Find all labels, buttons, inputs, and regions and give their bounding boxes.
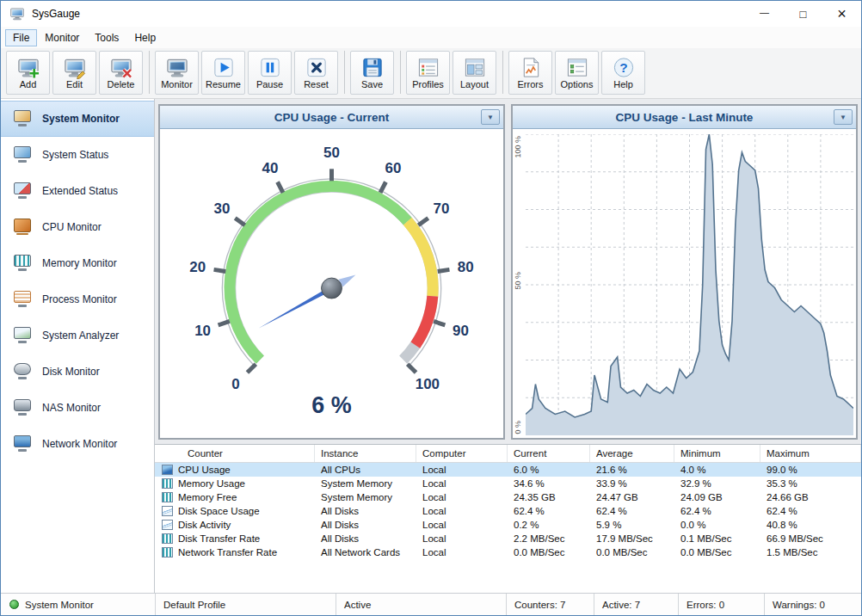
- add-button[interactable]: Add: [6, 51, 50, 95]
- table-row[interactable]: Disk Space Usage All Disks Local 62.4 % …: [155, 504, 861, 518]
- close-button[interactable]: ×: [822, 1, 861, 27]
- column-header-counter[interactable]: Counter: [155, 445, 315, 462]
- titlebar: SysGauge — □ ×: [1, 1, 861, 27]
- delete-button[interactable]: Delete: [99, 51, 143, 95]
- errors-button-label: Errors: [518, 80, 544, 89]
- counter-chart-icon: [162, 465, 173, 475]
- delete-button-label: Delete: [108, 80, 135, 89]
- gauge-needle: [259, 275, 356, 329]
- cpu-history-chart: 100 % 50 % 0 %: [513, 129, 856, 438]
- sidebar-item-label: System Analyzer: [42, 330, 119, 342]
- column-header-average[interactable]: Average: [590, 445, 674, 462]
- cell-current: 0.0 MB/Sec: [508, 547, 590, 557]
- cell-average: 17.9 MB/Sec: [590, 533, 674, 544]
- sidebar-item-label: System Status: [42, 149, 108, 161]
- sidebar-item-label: CPU Monitor: [42, 221, 102, 233]
- sidebar-item-label: System Monitor: [42, 113, 120, 125]
- sidebar-item[interactable]: CPU Monitor: [1, 209, 154, 245]
- table-row[interactable]: Network Transfer Rate All Network Cards …: [155, 545, 861, 559]
- counter-name: Memory Usage: [178, 478, 245, 489]
- maximize-icon: □: [800, 8, 807, 21]
- minimize-button[interactable]: —: [745, 1, 784, 27]
- cell-average: 5.9 %: [590, 520, 674, 530]
- sidebar-item[interactable]: Disk Monitor: [1, 354, 154, 390]
- table-row[interactable]: Memory Usage System Memory Local 34.6 % …: [155, 477, 861, 490]
- cell-minimum: 62.4 %: [674, 506, 760, 516]
- help-button[interactable]: ? Help: [601, 51, 645, 95]
- maximize-button[interactable]: □: [784, 1, 822, 27]
- options-button[interactable]: Options: [555, 51, 599, 95]
- counter-name: CPU Usage: [178, 465, 231, 475]
- sidebar-item[interactable]: System Status: [1, 137, 154, 173]
- monitor-icon: [13, 327, 32, 344]
- edit-button[interactable]: Edit: [52, 51, 96, 95]
- table-row[interactable]: Disk Transfer Rate All Disks Local 2.2 M…: [155, 532, 861, 545]
- svg-text:60: 60: [385, 160, 402, 176]
- menu-tools[interactable]: Tools: [87, 29, 126, 46]
- cell-minimum: 0.0 %: [674, 520, 760, 530]
- cell-instance: All CPUs: [315, 465, 416, 475]
- cell-minimum: 0.1 MB/Sec: [674, 533, 760, 544]
- cell-average: 0.0 MB/Sec: [590, 547, 674, 557]
- sidebar-item[interactable]: NAS Monitor: [1, 390, 154, 426]
- monitor-icon: [13, 146, 32, 163]
- counter-chart-icon: [162, 520, 173, 530]
- menu-file[interactable]: File: [5, 29, 37, 46]
- column-header-minimum[interactable]: Minimum: [674, 445, 760, 462]
- cell-minimum: 4.0 %: [674, 465, 760, 475]
- counter-name: Disk Activity: [178, 520, 231, 530]
- sidebar-item-label: NAS Monitor: [42, 402, 101, 414]
- cell-counter: CPU Usage: [155, 465, 315, 475]
- toolbar-separator: [344, 51, 345, 94]
- errors-button[interactable]: Errors: [508, 51, 552, 95]
- sidebar-item[interactable]: Extended Status: [1, 173, 154, 209]
- save-button[interactable]: Save: [350, 51, 394, 95]
- cell-counter: Memory Free: [155, 492, 315, 502]
- cell-maximum: 1.5 MB/Sec: [760, 547, 861, 557]
- cell-instance: System Memory: [315, 478, 416, 489]
- svg-text:50: 50: [323, 145, 340, 161]
- resume-button[interactable]: Resume: [201, 51, 245, 95]
- sidebar-item[interactable]: Process Monitor: [1, 281, 154, 317]
- layout-button-label: Layout: [460, 80, 489, 89]
- column-header-instance[interactable]: Instance: [315, 445, 416, 462]
- history-panel-title: CPU Usage - Last Minute: [616, 111, 754, 124]
- svg-text:40: 40: [262, 160, 279, 176]
- monitor-button-label: Monitor: [161, 80, 193, 89]
- counter-name: Disk Transfer Rate: [178, 533, 260, 544]
- chevron-down-icon: ▼: [487, 114, 494, 121]
- column-header-current[interactable]: Current: [508, 445, 590, 462]
- cell-average: 24.47 GB: [590, 492, 674, 502]
- monitor-icon: [13, 110, 32, 127]
- cell-maximum: 24.66 GB: [760, 492, 861, 502]
- gauge-panel-dropdown-button[interactable]: ▼: [481, 109, 500, 125]
- counter-chart-icon: [162, 533, 173, 544]
- y-axis-label-100: 100 %: [514, 136, 522, 158]
- reset-button[interactable]: Reset: [294, 51, 338, 95]
- gauge-value: 6 %: [311, 392, 351, 418]
- menu-help[interactable]: Help: [126, 29, 163, 46]
- cell-counter: Disk Space Usage: [155, 506, 315, 516]
- column-header-maximum[interactable]: Maximum: [760, 445, 861, 462]
- sidebar-item[interactable]: System Analyzer: [1, 317, 154, 354]
- monitor-button[interactable]: Monitor: [155, 51, 199, 95]
- counters-table: Counter Instance Computer Current Averag…: [155, 444, 861, 593]
- counter-name: Memory Free: [178, 492, 237, 502]
- history-panel-dropdown-button[interactable]: ▼: [834, 109, 853, 125]
- sidebar-item[interactable]: Network Monitor: [1, 426, 154, 462]
- status-active-icon: [9, 600, 19, 609]
- counter-chart-icon: [162, 478, 173, 489]
- table-row[interactable]: Disk Activity All Disks Local 0.2 % 5.9 …: [155, 518, 861, 532]
- menu-monitor[interactable]: Monitor: [37, 29, 87, 46]
- sidebar-item-label: Extended Status: [42, 185, 118, 197]
- table-header: Counter Instance Computer Current Averag…: [155, 445, 861, 463]
- column-header-computer[interactable]: Computer: [416, 445, 508, 462]
- table-row[interactable]: CPU Usage All CPUs Local 6.0 % 21.6 % 4.…: [155, 463, 861, 477]
- sidebar-item[interactable]: System Monitor: [1, 101, 154, 137]
- layout-button[interactable]: Layout: [453, 51, 496, 95]
- sidebar-item[interactable]: Memory Monitor: [1, 245, 154, 281]
- pause-button[interactable]: Pause: [248, 51, 292, 95]
- table-row[interactable]: Memory Free System Memory Local 24.35 GB…: [155, 490, 861, 504]
- y-axis-label-50: 50 %: [514, 272, 522, 290]
- profiles-button[interactable]: Profiles: [406, 51, 450, 95]
